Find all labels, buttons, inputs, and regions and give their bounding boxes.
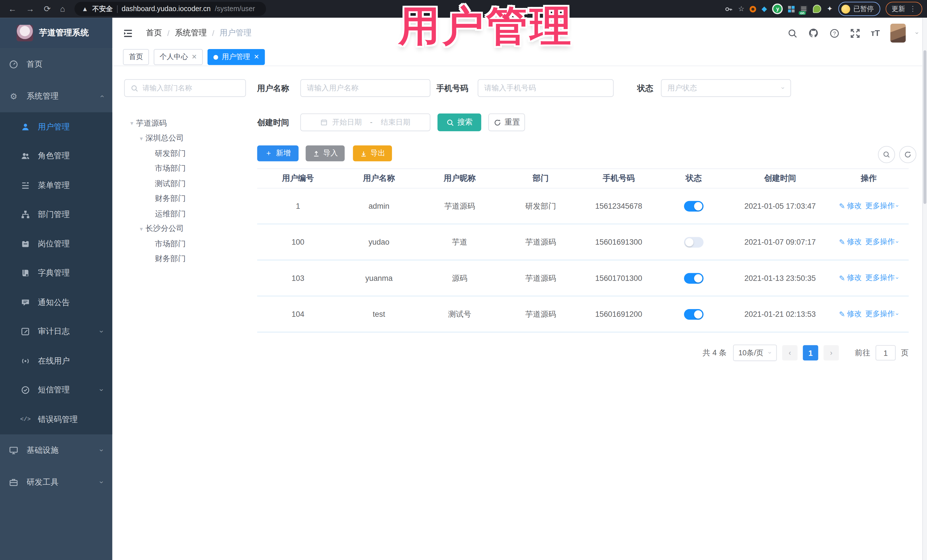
bookmark-star-icon[interactable]: ☆ — [738, 5, 745, 13]
breadcrumb-home[interactable]: 首页 — [146, 28, 162, 38]
avatar-caret-icon[interactable]: › — [914, 32, 921, 34]
font-size-icon[interactable]: ᴛT — [871, 28, 880, 38]
date-start-placeholder: 开始日期 — [332, 117, 362, 127]
sidebar-item-posts[interactable]: 岗位管理 — [0, 229, 112, 259]
tree-node-dept[interactable]: 研发部门 — [124, 146, 246, 161]
close-icon[interactable]: ✕ — [254, 53, 259, 61]
more-actions-link[interactable]: 更多操作› — [865, 201, 899, 211]
current-page-button[interactable]: 1 — [803, 345, 818, 360]
date-range-input[interactable]: 开始日期 - 结束日期 — [300, 114, 430, 131]
sidebar-item-error-codes[interactable]: </> 错误码管理 — [0, 405, 112, 434]
tab-user-management[interactable]: 用户管理 ✕ — [208, 49, 265, 65]
app-logo[interactable]: 芋道管理系统 — [0, 18, 112, 49]
sidebar-item-system[interactable]: ⚙ 系统管理 › — [0, 80, 112, 112]
export-button[interactable]: 导出 — [353, 146, 392, 161]
tree-node-dept[interactable]: 市场部门 — [124, 237, 246, 252]
extension-leaf-icon[interactable] — [813, 5, 821, 13]
sidebar-item-infra[interactable]: 基础设施 › — [0, 434, 112, 466]
status-toggle[interactable] — [684, 273, 704, 284]
profile-label: 已暂停 — [853, 5, 874, 14]
extension-gem-icon[interactable]: ◆ — [761, 5, 767, 13]
search-icon[interactable] — [787, 28, 798, 38]
sidebar-item-audit-log[interactable]: 审计日志 › — [0, 317, 112, 346]
username-input[interactable]: 请输入用户名称 — [300, 79, 430, 97]
edit-link[interactable]: ✎修改 — [839, 309, 862, 319]
search-button[interactable]: 搜索 — [438, 114, 481, 131]
address-bar[interactable]: ▲ 不安全 dashboard.yudao.iocoder.cn/system/… — [75, 2, 266, 16]
mobile-input[interactable]: 请输入手机号码 — [478, 79, 614, 97]
page-unit-label: 页 — [901, 348, 909, 358]
status-toggle[interactable] — [684, 237, 704, 247]
key-icon[interactable] — [725, 5, 733, 13]
sidebar-item-users[interactable]: 用户管理 — [0, 112, 112, 142]
tree-node-dept[interactable]: 测试部门 — [124, 176, 246, 191]
browser-menu-icon[interactable]: ⋮ — [909, 5, 916, 13]
sidebar-item-online-users[interactable]: 在线用户 — [0, 346, 112, 376]
tree-node-root[interactable]: ▾芋道源码 — [124, 116, 246, 131]
edit-link[interactable]: ✎修改 — [839, 273, 862, 283]
goto-page-input[interactable] — [876, 345, 896, 360]
extension-green-icon[interactable]: y — [772, 3, 783, 14]
caret-down-icon[interactable]: ▾ — [128, 120, 136, 127]
add-button[interactable]: ＋ 新增 — [257, 146, 299, 161]
sidebar-item-roles[interactable]: 角色管理 — [0, 141, 112, 171]
browser-update-button[interactable]: 更新 ⋮ — [886, 2, 922, 16]
github-icon[interactable] — [808, 28, 819, 38]
reset-button[interactable]: 重置 — [488, 114, 525, 131]
url-host[interactable]: dashboard.yudao.iocoder.cn — [122, 5, 211, 13]
prev-page-button[interactable]: ‹ — [782, 345, 798, 360]
chevron-down-icon: › — [780, 87, 787, 89]
tree-node-dept[interactable]: 财务部门 — [124, 191, 246, 206]
tab-home[interactable]: 首页 — [123, 49, 149, 65]
sidebar-item-sms[interactable]: 短信管理 › — [0, 375, 112, 405]
status-select[interactable]: 用户状态 › — [661, 79, 791, 97]
sidebar-item-depts[interactable]: 部门管理 — [0, 200, 112, 229]
edit-link[interactable]: ✎修改 — [839, 201, 862, 211]
dept-search-input[interactable]: 请输入部门名称 — [124, 79, 246, 97]
sidebar-item-home[interactable]: 首页 — [0, 49, 112, 80]
browser-profile-chip[interactable]: 已暂停 — [838, 2, 880, 16]
import-button[interactable]: 导入 — [306, 146, 345, 161]
tree-node-dept[interactable]: 运维部门 — [124, 206, 246, 221]
page-scrollbar[interactable] — [922, 18, 927, 560]
breadcrumb-system[interactable]: 系统管理 — [175, 28, 207, 38]
status-toggle[interactable] — [684, 201, 704, 211]
refresh-table-button[interactable] — [899, 146, 916, 163]
tree-node-company[interactable]: ▾深圳总公司 — [124, 131, 246, 146]
home-icon[interactable]: ⌂ — [60, 4, 65, 14]
scrollbar-thumb[interactable] — [924, 50, 926, 204]
reload-icon[interactable]: ⟳ — [44, 4, 50, 14]
tree-node-dept[interactable]: 市场部门 — [124, 161, 246, 176]
status-toggle[interactable] — [684, 309, 704, 319]
extension-orange-icon[interactable] — [750, 6, 757, 12]
tree-node-dept[interactable]: 财务部门 — [124, 252, 246, 267]
more-actions-link[interactable]: 更多操作› — [865, 273, 899, 283]
sidebar-item-dict[interactable]: 字典管理 — [0, 259, 112, 288]
more-actions-link[interactable]: 更多操作› — [865, 309, 899, 319]
forward-icon[interactable]: → — [26, 4, 34, 14]
extension-grid-icon[interactable] — [789, 6, 795, 12]
sidebar-item-notice[interactable]: 通知公告 — [0, 288, 112, 317]
page-size-select[interactable]: 10条/页 › — [733, 344, 777, 361]
calendar-icon — [320, 119, 327, 126]
more-actions-link[interactable]: 更多操作› — [865, 237, 899, 247]
insecure-label[interactable]: 不安全 — [93, 5, 113, 14]
fullscreen-icon[interactable] — [850, 28, 860, 38]
show-search-button[interactable] — [878, 146, 895, 163]
back-icon[interactable]: ← — [8, 4, 17, 14]
user-avatar[interactable] — [891, 24, 906, 42]
sidebar-item-menus[interactable]: 菜单管理 — [0, 171, 112, 200]
extension-tabs-icon[interactable]: on — [800, 5, 808, 12]
extensions-puzzle-icon[interactable]: ✦ — [827, 5, 833, 13]
close-icon[interactable]: ✕ — [191, 53, 197, 61]
edit-link[interactable]: ✎修改 — [839, 237, 862, 247]
tree-node-branch[interactable]: ▾长沙分公司 — [124, 221, 246, 237]
collapse-sidebar-icon[interactable] — [123, 29, 133, 38]
sidebar-item-dev-tools[interactable]: 研发工具 › — [0, 466, 112, 498]
help-icon[interactable]: ? — [830, 28, 839, 38]
caret-down-icon[interactable]: ▾ — [137, 135, 146, 142]
caret-down-icon[interactable]: ▾ — [137, 226, 146, 232]
next-page-button[interactable]: › — [824, 345, 839, 360]
chevron-down-icon: › — [894, 205, 901, 207]
tab-profile[interactable]: 个人中心 ✕ — [154, 49, 203, 65]
